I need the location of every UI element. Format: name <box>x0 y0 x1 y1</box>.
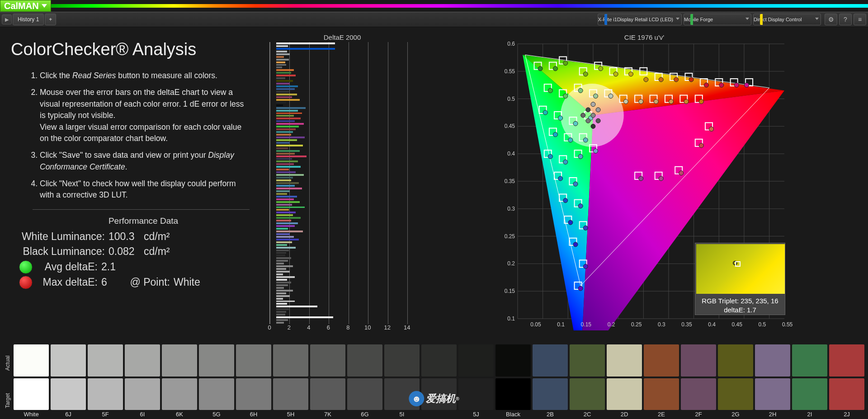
deltae-bar[interactable] <box>276 171 296 173</box>
cie-chart[interactable]: 0.10.150.20.250.30.350.40.450.50.550.6 0… <box>500 41 789 330</box>
deltae-bar[interactable] <box>276 228 288 230</box>
deltae-bar[interactable] <box>276 160 298 162</box>
swatch-column[interactable]: 6G <box>347 344 382 419</box>
deltae-bar[interactable] <box>276 252 286 254</box>
deltae-bar[interactable] <box>276 42 335 44</box>
menu-button[interactable]: ≡ <box>854 14 866 25</box>
deltae-bar[interactable] <box>276 137 305 138</box>
deltae-bar[interactable] <box>276 306 317 307</box>
tab-add-button[interactable]: + <box>45 14 56 25</box>
deltae-bar[interactable] <box>276 196 297 198</box>
deltae-bar[interactable] <box>276 241 292 243</box>
deltae-bar[interactable] <box>276 220 291 221</box>
device-pill[interactable]: Mobile Forge <box>684 14 751 25</box>
deltae-bar[interactable] <box>276 150 300 152</box>
settings-button[interactable]: ⚙ <box>825 14 837 25</box>
swatch-column[interactable]: 2D <box>607 344 642 419</box>
deltae-bar[interactable] <box>276 268 286 270</box>
deltae-bar[interactable] <box>276 99 300 101</box>
deltae-bar[interactable] <box>276 153 295 155</box>
deltae-bar[interactable] <box>276 209 289 211</box>
deltae-bar[interactable] <box>276 222 298 224</box>
deltae-bar[interactable] <box>276 276 295 278</box>
swatch-column[interactable]: 2I <box>792 344 827 419</box>
deltae-bar[interactable] <box>276 91 289 93</box>
deltae-bar[interactable] <box>276 59 289 61</box>
app-logo[interactable]: CalMAN <box>0 0 51 12</box>
deltae-bar[interactable] <box>276 118 301 119</box>
deltae-bar[interactable] <box>276 115 294 117</box>
deltae-bar[interactable] <box>276 239 299 240</box>
swatch-column[interactable]: 7K <box>310 344 345 419</box>
deltae-bar[interactable] <box>276 295 290 297</box>
deltae-bar[interactable] <box>276 72 291 74</box>
deltae-bar[interactable] <box>276 123 304 125</box>
deltae-bar[interactable] <box>276 287 284 289</box>
swatch-column[interactable]: 6I <box>125 344 160 419</box>
tab-history[interactable]: History 1 <box>13 14 44 25</box>
deltae-bar[interactable] <box>276 177 293 179</box>
deltae-bar[interactable] <box>276 77 285 79</box>
deltae-bar[interactable] <box>276 139 297 141</box>
deltae-bar[interactable] <box>276 147 288 149</box>
deltae-bar[interactable] <box>276 120 295 122</box>
deltae-bar[interactable] <box>276 104 283 106</box>
deltae-bar[interactable] <box>276 158 292 160</box>
deltae-bar[interactable] <box>276 107 306 109</box>
deltae-bar[interactable] <box>276 308 289 310</box>
deltae-bar[interactable] <box>276 185 295 187</box>
swatch-column[interactable]: 6H <box>236 344 271 419</box>
deltae-chart[interactable]: 02468101214 <box>263 42 417 336</box>
nav-back-button[interactable]: ▶ <box>2 14 12 24</box>
deltae-bar[interactable] <box>276 265 293 267</box>
deltae-bar[interactable] <box>276 201 300 203</box>
deltae-bar[interactable] <box>276 244 287 246</box>
deltae-bar[interactable] <box>276 85 298 87</box>
swatch-column[interactable]: 2G <box>718 344 753 419</box>
deltae-bar[interactable] <box>276 207 305 208</box>
deltae-bar[interactable] <box>276 282 291 283</box>
deltae-bar[interactable] <box>276 142 290 144</box>
deltae-bar[interactable] <box>276 319 288 321</box>
deltae-bar[interactable] <box>276 247 296 249</box>
deltae-bar[interactable] <box>276 290 293 292</box>
swatch-column[interactable]: 2J <box>829 344 864 419</box>
deltae-bar[interactable] <box>276 145 303 146</box>
swatch-column[interactable]: 6J <box>51 344 86 419</box>
deltae-bar[interactable] <box>276 225 295 227</box>
deltae-bar[interactable] <box>276 56 284 58</box>
deltae-bar[interactable] <box>276 273 283 275</box>
deltae-bar[interactable] <box>276 193 287 195</box>
device-pill[interactable]: Direct Display Control <box>753 14 821 25</box>
swatch-column[interactable] <box>421 344 457 419</box>
help-button[interactable]: ? <box>839 14 852 25</box>
deltae-bar[interactable] <box>276 271 290 273</box>
swatch-column[interactable]: 2C <box>570 344 605 419</box>
swatch-column[interactable]: 5F <box>88 344 123 419</box>
deltae-bar[interactable] <box>276 75 296 76</box>
deltae-bar[interactable] <box>276 69 294 71</box>
deltae-bar[interactable] <box>276 254 285 256</box>
deltae-bar[interactable] <box>276 163 294 165</box>
deltae-bar[interactable] <box>276 279 287 281</box>
deltae-bar[interactable] <box>276 64 286 66</box>
deltae-bar[interactable] <box>276 292 286 294</box>
deltae-bar[interactable] <box>276 155 307 157</box>
deltae-bar[interactable] <box>276 128 296 130</box>
deltae-bar[interactable] <box>276 83 290 85</box>
deltae-bar[interactable] <box>276 214 293 216</box>
swatch-column[interactable]: 2H <box>755 344 790 419</box>
deltae-bar[interactable] <box>276 298 283 300</box>
deltae-bar[interactable] <box>276 182 299 184</box>
deltae-bar[interactable] <box>276 188 302 189</box>
deltae-bar[interactable] <box>276 94 297 95</box>
swatch-column[interactable]: 5J <box>458 344 494 419</box>
deltae-bar[interactable] <box>276 113 302 114</box>
deltae-bar[interactable] <box>276 169 289 170</box>
deltae-bar[interactable] <box>276 134 291 136</box>
swatch-column[interactable]: White <box>14 344 49 419</box>
deltae-bar[interactable] <box>276 233 290 235</box>
deltae-bar[interactable] <box>276 231 303 232</box>
swatch-column[interactable]: 2B <box>533 344 568 419</box>
swatch-column[interactable]: Black <box>495 344 531 419</box>
